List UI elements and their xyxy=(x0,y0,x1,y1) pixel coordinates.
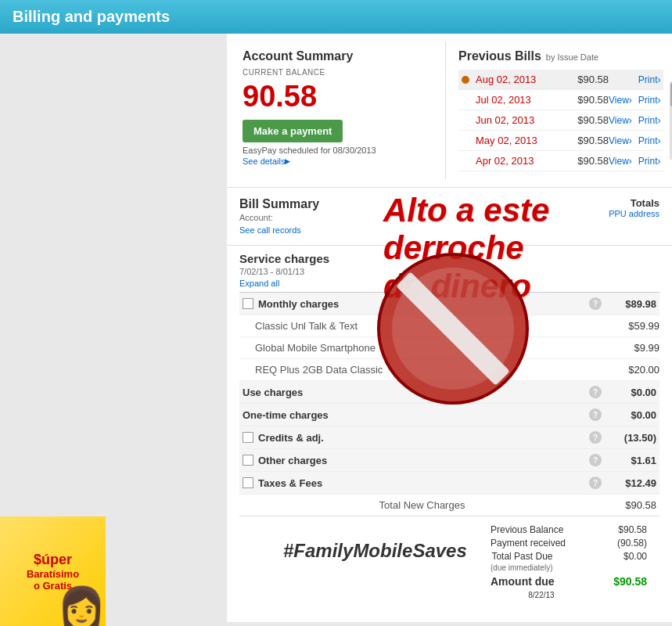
charge-amount-smartphone: $9.99 xyxy=(605,342,659,354)
bill-print-link[interactable]: Print xyxy=(638,74,661,85)
charge-label-other: Other charges xyxy=(258,455,586,466)
other-checkbox[interactable] xyxy=(243,455,253,466)
charge-amount-data: $20.00 xyxy=(605,364,659,376)
amount-due-amount: $90.58 xyxy=(613,575,647,600)
monthly-checkbox[interactable] xyxy=(243,298,253,309)
bill-actions: View Print xyxy=(609,95,660,106)
bill-row[interactable]: Aug 02, 2013 $90.58 Print xyxy=(458,70,663,90)
bill-summary-section: Bill Summary Account: See call records A… xyxy=(227,188,672,246)
taxes-help-icon[interactable]: ? xyxy=(589,477,602,489)
charge-amount-onetime: $0.00 xyxy=(602,409,656,421)
account-summary-title: Account Summary xyxy=(243,49,429,63)
amount-due-row: Amount due 8/22/13 $90.58 xyxy=(491,575,647,600)
bill-date: May 02, 2013 xyxy=(476,135,554,146)
previous-bills-title: Previous Bills xyxy=(458,49,541,63)
amount-due-label: Amount due 8/22/13 xyxy=(491,575,555,600)
thumbnail-line3: o Gratis xyxy=(27,580,79,592)
credits-help-icon[interactable]: ? xyxy=(589,431,602,444)
charge-amount-other: $1.61 xyxy=(602,455,656,466)
bill-view-link[interactable]: View xyxy=(609,156,632,167)
by-issue-date: by Issue Date xyxy=(546,52,598,62)
payment-received-amount: (90.58) xyxy=(617,538,647,549)
charge-row-taxes[interactable]: Taxes & Fees ? $12.49 xyxy=(239,472,659,495)
bill-row[interactable]: Jul 02, 2013 $90.58 View Print xyxy=(458,90,663,110)
charge-amount-taxes: $12.49 xyxy=(602,477,656,489)
left-thumbnail: $úper Baratísimo o Gratis 👩 xyxy=(0,516,106,626)
bill-summary-left: Bill Summary Account: See call records xyxy=(239,197,380,236)
charge-row-onetime[interactable]: One-time charges ? $0.00 xyxy=(239,404,659,426)
account-summary: Account Summary CURRENT BALANCE 90.58 Ma… xyxy=(227,41,446,179)
previous-balance-label: Previous Balance xyxy=(491,524,563,535)
payment-received-label: Payment received xyxy=(491,538,566,549)
see-call-records-link[interactable]: See call records xyxy=(239,225,301,235)
page-header: Billing and payments xyxy=(0,0,672,34)
bill-amount: $90.58 xyxy=(554,114,609,126)
total-label: Total New Charges xyxy=(243,499,602,511)
charge-amount-credits: (13.50) xyxy=(602,432,656,444)
super-label: $úper xyxy=(27,552,79,568)
onetime-help-icon[interactable]: ? xyxy=(589,408,602,421)
bill-row[interactable]: Apr 02, 2013 $90.58 View Print xyxy=(458,151,663,171)
account-label: Account: xyxy=(239,213,380,222)
credits-checkbox[interactable] xyxy=(243,432,253,443)
previous-bills-header: Previous Bills by Issue Date xyxy=(458,49,672,63)
bottom-summary: #FamilyMobileSaves Previous Balance $90.… xyxy=(239,516,659,610)
bill-date: Aug 02, 2013 xyxy=(476,74,554,85)
balance-summary: Previous Balance $90.58 Payment received… xyxy=(491,524,647,603)
balance-amount: 90.58 xyxy=(243,80,429,113)
top-section: Account Summary CURRENT BALANCE 90.58 Ma… xyxy=(227,34,672,188)
total-amount: $90.58 xyxy=(602,499,656,511)
bill-actions: View Print xyxy=(609,156,660,167)
past-due-row: Total Past Due (due immediately) $0.00 xyxy=(491,551,647,573)
bill-actions: View Print xyxy=(609,115,660,126)
charge-label-onetime: One-time charges xyxy=(243,409,586,421)
payment-received-row: Payment received (90.58) xyxy=(491,538,647,549)
bill-view-link[interactable]: View xyxy=(609,135,632,146)
use-help-icon[interactable]: ? xyxy=(589,386,602,398)
bill-row[interactable]: May 02, 2013 $90.58 View Print xyxy=(458,131,663,151)
page-title: Billing and payments xyxy=(13,8,170,25)
bill-actions: View Print xyxy=(609,135,660,146)
bill-print-link[interactable]: Print xyxy=(638,135,661,146)
expand-all-link[interactable]: Expand all xyxy=(239,279,279,288)
charge-amount-talk: $59.99 xyxy=(605,320,659,332)
bill-date: Apr 02, 2013 xyxy=(476,155,554,167)
total-row: Total New Charges $90.58 xyxy=(239,495,659,516)
service-charges-title: Service charges xyxy=(239,252,329,265)
easypay-text: EasyPay scheduled for 08/30/2013 xyxy=(243,146,376,155)
bill-amount: $90.58 xyxy=(554,135,609,146)
bill-amount: $90.58 xyxy=(554,74,609,85)
past-due-amount: $0.00 xyxy=(623,551,647,573)
taxes-checkbox[interactable] xyxy=(243,477,253,488)
bill-view-link[interactable]: View xyxy=(609,95,632,106)
bill-amount: $90.58 xyxy=(554,94,609,106)
bill-summary-title: Bill Summary xyxy=(239,197,380,211)
no-sign-icon xyxy=(375,250,531,407)
bill-amount: $90.58 xyxy=(554,155,609,167)
thumbnail-line2: Baratísimo xyxy=(27,568,79,580)
charge-row-credits[interactable]: Credits & adj. ? (13.50) xyxy=(239,426,659,449)
charge-label-credits: Credits & adj. xyxy=(258,432,586,444)
bills-table: Aug 02, 2013 $90.58 Print Jul 02, 2013 $… xyxy=(458,70,663,171)
bill-dot xyxy=(462,76,469,84)
hashtag-text: #FamilyMobileSaves xyxy=(252,524,491,603)
bill-view-link[interactable]: View xyxy=(609,115,632,126)
service-dates: 7/02/13 - 8/01/13 xyxy=(239,267,304,276)
bill-actions: Print xyxy=(638,74,661,85)
bill-print-link[interactable]: Print xyxy=(638,95,661,106)
bill-date: Jul 02, 2013 xyxy=(476,94,554,106)
see-details-link[interactable]: See details xyxy=(243,156,290,166)
past-due-label: Total Past Due (due immediately) xyxy=(491,551,552,573)
previous-balance-row: Previous Balance $90.58 xyxy=(491,524,647,535)
bill-row[interactable]: Jun 02, 2013 $90.58 View Print xyxy=(458,110,663,131)
bill-print-link[interactable]: Print xyxy=(638,156,661,167)
charge-row-other[interactable]: Other charges ? $1.61 xyxy=(239,449,659,472)
other-help-icon[interactable]: ? xyxy=(589,454,602,466)
previous-bills: Previous Bills by Issue Date Aug 02, 201… xyxy=(446,41,672,179)
charge-label-taxes: Taxes & Fees xyxy=(258,477,586,489)
balance-label: CURRENT BALANCE xyxy=(243,68,429,77)
make-payment-button[interactable]: Make a payment xyxy=(243,120,343,142)
charge-amount-use: $0.00 xyxy=(602,387,656,398)
bill-print-link[interactable]: Print xyxy=(638,115,661,126)
previous-balance-amount: $90.58 xyxy=(618,524,647,535)
